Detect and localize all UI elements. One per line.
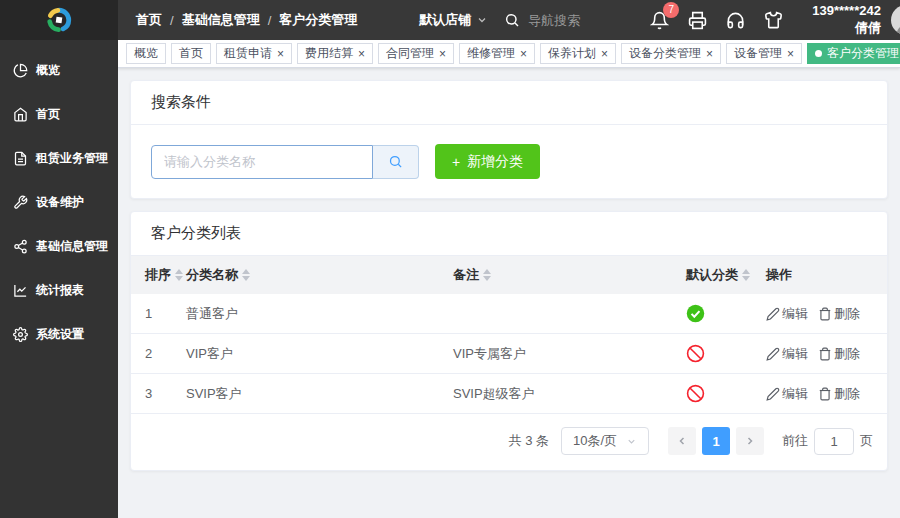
trash-icon — [818, 387, 832, 401]
app-logo[interactable] — [46, 7, 72, 33]
edit-button[interactable]: 编辑 — [766, 345, 808, 363]
sidebar-item-label: 统计报表 — [36, 282, 84, 299]
delete-label: 删除 — [834, 345, 860, 363]
line-chart-icon — [13, 283, 28, 298]
sidebar-item-label: 首页 — [36, 106, 60, 123]
close-icon[interactable]: × — [706, 48, 713, 60]
sidebar-item-basic-info[interactable]: 基础信息管理 — [0, 224, 118, 268]
breadcrumb-item-basic-info[interactable]: 基础信息管理 — [182, 11, 260, 29]
column-header-default: 默认分类 — [686, 266, 738, 284]
search-button[interactable] — [373, 145, 419, 179]
edit-label: 编辑 — [782, 385, 808, 403]
tab-label: 设备管理 — [734, 45, 782, 62]
default-no-icon — [686, 344, 766, 363]
theme-switch-button[interactable] — [762, 9, 784, 31]
sort-caret-icon[interactable] — [242, 269, 250, 281]
edit-label: 编辑 — [782, 345, 808, 363]
tab-label: 维修管理 — [467, 45, 515, 62]
tab-fee-settlement[interactable]: 费用结算× — [297, 43, 373, 64]
column-header-remark: 备注 — [453, 266, 479, 284]
table-row: 3 SVIP客户 SVIP超级客户 编辑 删除 — [131, 374, 887, 414]
trash-icon — [818, 347, 832, 361]
prev-page-button[interactable] — [668, 427, 696, 455]
cell-name: SVIP客户 — [186, 385, 453, 403]
next-page-button[interactable] — [736, 427, 764, 455]
tab-device[interactable]: 设备管理× — [726, 43, 802, 64]
chevron-left-icon — [676, 435, 688, 447]
tab-device-category[interactable]: 设备分类管理× — [621, 43, 721, 64]
edit-button[interactable]: 编辑 — [766, 385, 808, 403]
sidebar-item-overview[interactable]: 概览 — [0, 48, 118, 92]
trash-icon — [818, 307, 832, 321]
edit-button[interactable]: 编辑 — [766, 305, 808, 323]
nav-search — [504, 12, 648, 28]
tags-view: 概览 首页 租赁申请× 费用结算× 合同管理× 维修管理× 保养计划× 设备分类… — [118, 40, 900, 68]
table-row: 1 普通客户 编辑 删除 — [131, 294, 887, 334]
add-category-button[interactable]: + 新增分类 — [435, 144, 540, 179]
avatar[interactable] — [891, 5, 900, 35]
gear-icon — [13, 327, 28, 342]
category-name-input[interactable] — [151, 145, 373, 179]
tab-maintenance-plan[interactable]: 保养计划× — [540, 43, 616, 64]
tab-label: 费用结算 — [305, 45, 353, 62]
delete-label: 删除 — [834, 305, 860, 323]
delete-button[interactable]: 删除 — [818, 345, 860, 363]
home-icon — [13, 107, 28, 122]
cell-sort: 1 — [145, 306, 186, 321]
nav-search-input[interactable] — [528, 13, 648, 28]
delete-button[interactable]: 删除 — [818, 305, 860, 323]
wrench-icon — [13, 195, 28, 210]
page-size-select[interactable]: 10条/页 — [561, 427, 649, 455]
goto-page-input[interactable] — [814, 428, 854, 455]
breadcrumb-item-home[interactable]: 首页 — [136, 11, 162, 29]
tab-rental-apply[interactable]: 租赁申请× — [216, 43, 292, 64]
sidebar-item-reports[interactable]: 统计报表 — [0, 268, 118, 312]
page-number-1[interactable]: 1 — [702, 427, 730, 455]
tab-repair[interactable]: 维修管理× — [459, 43, 535, 64]
tab-contract[interactable]: 合同管理× — [378, 43, 454, 64]
close-icon[interactable]: × — [520, 48, 527, 60]
add-category-label: 新增分类 — [467, 153, 523, 171]
sidebar-item-label: 租赁业务管理 — [36, 150, 108, 167]
store-selector[interactable]: 默认店铺 — [419, 11, 488, 29]
list-card: 客户分类列表 排序 分类名称 备注 默认分类 操作 1 普通客户 — [130, 211, 888, 471]
sidebar-item-settings[interactable]: 系统设置 — [0, 312, 118, 356]
tab-label: 首页 — [179, 45, 203, 62]
sort-caret-icon[interactable] — [742, 269, 750, 281]
share-nodes-icon — [13, 239, 28, 254]
print-button[interactable] — [686, 9, 708, 31]
close-icon[interactable]: × — [439, 48, 446, 60]
list-card-title: 客户分类列表 — [131, 212, 887, 256]
tab-overview[interactable]: 概览 — [126, 43, 166, 64]
sidebar-item-label: 概览 — [36, 62, 60, 79]
tab-home[interactable]: 首页 — [171, 43, 211, 64]
delete-button[interactable]: 删除 — [818, 385, 860, 403]
sidebar-item-home[interactable]: 首页 — [0, 92, 118, 136]
support-button[interactable] — [724, 9, 746, 31]
chevron-down-icon — [626, 436, 637, 447]
close-icon[interactable]: × — [601, 48, 608, 60]
page-size-value: 10条/页 — [573, 432, 617, 450]
logo-area — [0, 0, 118, 40]
sort-caret-icon[interactable] — [483, 269, 491, 281]
close-icon[interactable]: × — [787, 48, 794, 60]
close-icon[interactable]: × — [277, 48, 284, 60]
header-icons: 7 — [648, 9, 784, 31]
cell-default — [686, 304, 766, 323]
breadcrumb: 首页 / 基础信息管理 / 客户分类管理 — [136, 11, 357, 29]
default-no-icon — [686, 384, 766, 403]
sidebar-item-rental-business[interactable]: 租赁业务管理 — [0, 136, 118, 180]
total-count: 共 3 条 — [509, 432, 549, 450]
breadcrumb-separator: / — [268, 13, 272, 28]
page-content: 搜索条件 + 新增分类 客户分类列表 — [118, 68, 900, 518]
notifications-button[interactable]: 7 — [648, 9, 670, 31]
cell-remark: VIP专属客户 — [453, 345, 686, 363]
sort-caret-icon[interactable] — [175, 269, 183, 281]
chevron-right-icon — [744, 435, 756, 447]
user-info[interactable]: 139*****242 倩倩 — [812, 3, 881, 37]
tab-customer-category[interactable]: 客户分类管理× — [807, 43, 900, 64]
user-phone: 139*****242 — [812, 3, 881, 20]
sidebar-item-label: 系统设置 — [36, 326, 84, 343]
close-icon[interactable]: × — [358, 48, 365, 60]
sidebar-item-device-maintenance[interactable]: 设备维护 — [0, 180, 118, 224]
